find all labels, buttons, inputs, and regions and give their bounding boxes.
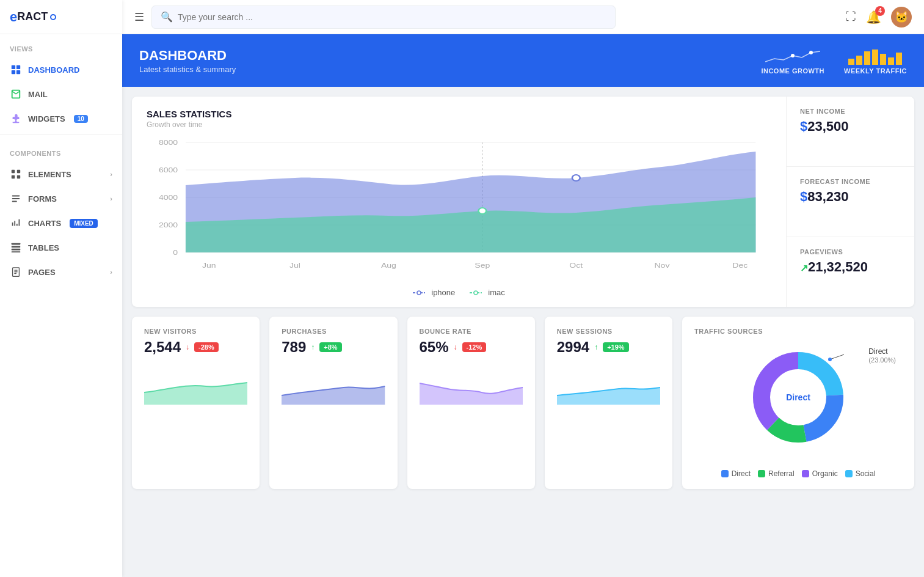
purchases-badge: +8% (319, 342, 341, 352)
svg-rect-9 (12, 198, 20, 199)
sales-chart-section: SALES STATISTICS Growth over time 8000 6… (132, 97, 786, 307)
new-visitors-value: 2,544 (144, 339, 181, 356)
sidebar-item-widgets[interactable]: WIDGETS 10 (0, 106, 122, 131)
weekly-traffic-label: WEEKLY TRAFFIC (844, 67, 907, 75)
svg-rect-17 (14, 271, 17, 272)
svg-rect-0 (12, 65, 15, 69)
purchases-value-row: 789 ↑ +8% (282, 339, 385, 356)
iphone-legend-icon (413, 289, 427, 296)
svg-rect-8 (12, 196, 20, 197)
svg-rect-24 (872, 50, 878, 65)
sales-chart-wrap: 8000 6000 4000 2000 0 Jun Jul Aug Sep Oc… (147, 136, 771, 297)
traffic-donut-wrap: Direct Direct (23.00%) (694, 342, 902, 478)
forecast-value: $83,230 (800, 189, 901, 205)
svg-rect-16 (14, 270, 17, 270)
search-icon: 🔍 (161, 11, 173, 23)
svg-rect-5 (17, 170, 20, 173)
svg-text:Jul: Jul (289, 262, 300, 269)
svg-text:Sep: Sep (475, 262, 490, 269)
svg-rect-7 (17, 175, 20, 178)
mail-icon (10, 88, 22, 100)
new-sessions-value: 2994 (557, 339, 589, 356)
sidebar-item-charts[interactable]: CHARTS MIXED (0, 211, 122, 235)
sidebar: e RACT VIEWS DASHBOARD MAIL WIDGETS 10 C… (0, 0, 122, 577)
main: ☰ 🔍 ⛶ 🔔 4 🐱 DASHBOARD Latest statistics … (122, 0, 924, 577)
svg-point-58 (828, 358, 832, 361)
svg-text:Nov: Nov (654, 262, 670, 269)
income-growth-label: INCOME GROWTH (761, 67, 824, 75)
charts-row: SALES STATISTICS Growth over time 8000 6… (132, 97, 914, 307)
svg-rect-10 (12, 201, 17, 202)
logo-e: e (10, 9, 17, 25)
sidebar-item-forms[interactable]: FORMS › (0, 186, 122, 211)
svg-text:6000: 6000 (159, 166, 178, 174)
sales-area-chart: 8000 6000 4000 2000 0 Jun Jul Aug Sep Oc… (147, 136, 771, 283)
new-sessions-chart (557, 362, 660, 405)
views-label: VIEWS (0, 34, 122, 57)
chart-legend: iphone imac (147, 288, 771, 297)
sidebar-item-elements[interactable]: ELEMENTS › (0, 162, 122, 186)
svg-rect-27 (896, 53, 902, 65)
metric-new-visitors: NEW VISITORS 2,544 ↓ -28% (132, 317, 260, 489)
tables-icon (10, 241, 22, 254)
stat-pageviews: PAGEVIEWS ↗21,32,520 (787, 237, 914, 307)
svg-rect-18 (14, 273, 16, 274)
legend-dot-social (845, 470, 853, 477)
svg-rect-13 (12, 249, 20, 251)
donut-center-text: Direct (786, 392, 810, 402)
search-bar[interactable]: 🔍 (151, 6, 616, 29)
svg-text:Jun: Jun (202, 262, 216, 269)
sidebar-item-mail[interactable]: MAIL (0, 82, 122, 106)
new-sessions-badge: +19% (603, 342, 628, 352)
bounce-rate-title: BOUNCE RATE (420, 328, 523, 335)
mail-label: MAIL (28, 90, 48, 99)
pages-label: PAGES (28, 268, 56, 277)
notification-bell[interactable]: 🔔 4 (866, 10, 881, 24)
svg-point-47 (572, 175, 580, 181)
imac-legend-icon (470, 289, 484, 296)
svg-point-19 (791, 54, 795, 57)
logo-ract: RACT (17, 10, 48, 23)
widgets-label: WIDGETS (28, 114, 65, 123)
legend-referral: Referral (758, 469, 795, 478)
svg-point-51 (474, 291, 478, 295)
search-input[interactable] (178, 12, 606, 22)
iphone-label: iphone (431, 288, 455, 297)
menu-icon[interactable]: ☰ (134, 10, 144, 24)
svg-rect-6 (12, 175, 15, 178)
income-growth-chart (765, 46, 820, 65)
metric-new-sessions: NEW SESSIONS 2994 ↑ +19% (545, 317, 672, 489)
traffic-title: TRAFFIC SOURCES (694, 328, 902, 335)
sidebar-divider (0, 134, 122, 135)
legend-dot-organic (802, 470, 809, 477)
kpi-income-growth: INCOME GROWTH (761, 46, 824, 75)
legend-imac: imac (470, 288, 504, 297)
dashboard-header: DASHBOARD Latest statistics & summary IN… (122, 34, 924, 87)
new-sessions-arrow: ↑ (594, 343, 598, 351)
elements-label: ELEMENTS (28, 170, 71, 179)
new-sessions-title: NEW SESSIONS (557, 328, 660, 335)
svg-text:4000: 4000 (159, 194, 178, 201)
expand-icon[interactable]: ⛶ (845, 10, 856, 23)
net-income-value: $23,500 (800, 119, 901, 134)
traffic-sources-card: TRAFFIC SOURCES (682, 317, 914, 489)
sidebar-item-pages[interactable]: PAGES › (0, 260, 122, 284)
direct-label: Direct (23.00%) (868, 347, 896, 364)
stat-forecast: FORECAST INCOME $83,230 (787, 167, 914, 237)
sidebar-logo: e RACT (0, 0, 122, 34)
topbar-right: ⛶ 🔔 4 🐱 (845, 7, 912, 28)
charts-badge: MIXED (70, 219, 98, 228)
svg-rect-26 (888, 57, 894, 65)
kpi-weekly-traffic: WEEKLY TRAFFIC (844, 46, 907, 75)
forms-chevron: › (110, 195, 112, 202)
imac-label: imac (488, 288, 504, 297)
widgets-badge: 10 (74, 115, 88, 123)
sidebar-item-dashboard[interactable]: DASHBOARD (0, 57, 122, 82)
avatar[interactable]: 🐱 (891, 7, 912, 28)
svg-rect-2 (12, 70, 15, 74)
sidebar-item-tables[interactable]: TABLES (0, 235, 122, 260)
new-visitors-chart (144, 362, 247, 405)
new-visitors-title: NEW VISITORS (144, 328, 247, 335)
forms-icon (10, 193, 22, 205)
logo-dot (50, 14, 56, 20)
